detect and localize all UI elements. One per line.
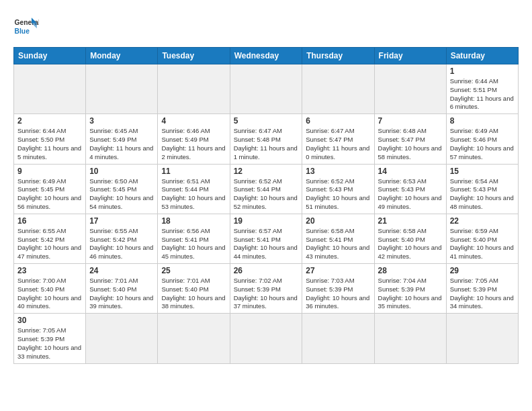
calendar-cell: 15Sunrise: 6:54 AM Sunset: 5:43 PM Dayli… xyxy=(446,164,518,214)
day-number: 28 xyxy=(378,266,443,275)
logo-icon: General Blue xyxy=(13,13,39,39)
day-number: 7 xyxy=(378,116,443,126)
day-of-week-thursday: Thursday xyxy=(302,48,374,64)
day-info: Sunrise: 6:48 AM Sunset: 5:47 PM Dayligh… xyxy=(378,127,443,161)
calendar-cell: 17Sunrise: 6:55 AM Sunset: 5:42 PM Dayli… xyxy=(86,214,158,263)
calendar-cell: 3Sunrise: 6:45 AM Sunset: 5:49 PM Daylig… xyxy=(86,114,158,164)
calendar-cell: 25Sunrise: 7:01 AM Sunset: 5:40 PM Dayli… xyxy=(158,264,230,314)
logo: General Blue xyxy=(13,13,39,39)
day-info: Sunrise: 6:54 AM Sunset: 5:43 PM Dayligh… xyxy=(450,177,515,212)
calendar-cell: 1Sunrise: 6:44 AM Sunset: 5:51 PM Daylig… xyxy=(446,64,518,114)
day-info: Sunrise: 7:02 AM Sunset: 5:39 PM Dayligh… xyxy=(234,277,299,311)
day-number: 4 xyxy=(161,116,226,126)
calendar-cell: 2Sunrise: 6:44 AM Sunset: 5:50 PM Daylig… xyxy=(14,114,86,164)
day-number: 8 xyxy=(450,116,515,126)
calendar-cell: 13Sunrise: 6:52 AM Sunset: 5:43 PM Dayli… xyxy=(302,164,374,214)
day-number: 23 xyxy=(17,266,82,275)
day-number: 14 xyxy=(378,167,443,176)
day-of-week-wednesday: Wednesday xyxy=(230,48,302,64)
week-row-5: 30Sunrise: 7:05 AM Sunset: 5:39 PM Dayli… xyxy=(14,314,519,363)
header: General Blue xyxy=(13,13,519,39)
day-number: 2 xyxy=(17,116,82,126)
svg-text:Blue: Blue xyxy=(15,28,30,35)
day-number: 9 xyxy=(17,167,82,176)
day-number: 12 xyxy=(234,167,299,176)
day-of-week-monday: Monday xyxy=(86,48,158,64)
calendar: SundayMondayTuesdayWednesdayThursdayFrid… xyxy=(13,47,519,364)
calendar-cell: 20Sunrise: 6:58 AM Sunset: 5:41 PM Dayli… xyxy=(302,214,374,263)
day-number: 30 xyxy=(17,316,82,325)
day-info: Sunrise: 7:03 AM Sunset: 5:39 PM Dayligh… xyxy=(306,277,370,311)
day-info: Sunrise: 6:45 AM Sunset: 5:49 PM Dayligh… xyxy=(89,127,154,161)
day-info: Sunrise: 6:52 AM Sunset: 5:43 PM Dayligh… xyxy=(306,177,370,212)
day-number: 27 xyxy=(306,266,370,275)
calendar-cell xyxy=(302,64,374,114)
calendar-cell: 19Sunrise: 6:57 AM Sunset: 5:41 PM Dayli… xyxy=(230,214,302,263)
calendar-cell xyxy=(230,64,302,114)
day-number: 19 xyxy=(234,216,299,226)
day-info: Sunrise: 6:58 AM Sunset: 5:40 PM Dayligh… xyxy=(378,227,443,261)
calendar-cell xyxy=(230,314,302,363)
day-number: 1 xyxy=(450,66,515,76)
calendar-cell: 14Sunrise: 6:53 AM Sunset: 5:43 PM Dayli… xyxy=(374,164,446,214)
calendar-cell xyxy=(374,64,446,114)
day-number: 25 xyxy=(161,266,226,275)
calendar-cell: 7Sunrise: 6:48 AM Sunset: 5:47 PM Daylig… xyxy=(374,114,446,164)
day-info: Sunrise: 6:47 AM Sunset: 5:47 PM Dayligh… xyxy=(306,127,370,161)
day-info: Sunrise: 6:55 AM Sunset: 5:42 PM Dayligh… xyxy=(17,227,82,261)
day-info: Sunrise: 7:05 AM Sunset: 5:39 PM Dayligh… xyxy=(450,277,515,311)
day-info: Sunrise: 7:05 AM Sunset: 5:39 PM Dayligh… xyxy=(17,326,82,361)
day-number: 20 xyxy=(306,216,370,226)
calendar-cell: 11Sunrise: 6:51 AM Sunset: 5:44 PM Dayli… xyxy=(158,164,230,214)
calendar-cell: 27Sunrise: 7:03 AM Sunset: 5:39 PM Dayli… xyxy=(302,264,374,314)
calendar-cell: 26Sunrise: 7:02 AM Sunset: 5:39 PM Dayli… xyxy=(230,264,302,314)
day-number: 6 xyxy=(306,116,370,126)
calendar-cell: 22Sunrise: 6:59 AM Sunset: 5:40 PM Dayli… xyxy=(446,214,518,263)
calendar-cell: 4Sunrise: 6:46 AM Sunset: 5:49 PM Daylig… xyxy=(158,114,230,164)
day-info: Sunrise: 6:49 AM Sunset: 5:45 PM Dayligh… xyxy=(17,177,82,212)
day-info: Sunrise: 6:47 AM Sunset: 5:48 PM Dayligh… xyxy=(234,127,299,161)
day-number: 29 xyxy=(450,266,515,275)
day-info: Sunrise: 7:01 AM Sunset: 5:40 PM Dayligh… xyxy=(89,277,154,311)
day-info: Sunrise: 6:57 AM Sunset: 5:41 PM Dayligh… xyxy=(234,227,299,261)
day-info: Sunrise: 7:04 AM Sunset: 5:39 PM Dayligh… xyxy=(378,277,443,311)
calendar-cell: 23Sunrise: 7:00 AM Sunset: 5:40 PM Dayli… xyxy=(14,264,86,314)
day-of-week-tuesday: Tuesday xyxy=(158,48,230,64)
calendar-cell: 12Sunrise: 6:52 AM Sunset: 5:44 PM Dayli… xyxy=(230,164,302,214)
page: General Blue SundayMondayTuesdayWednesda… xyxy=(0,0,532,371)
day-info: Sunrise: 6:56 AM Sunset: 5:41 PM Dayligh… xyxy=(161,227,226,261)
week-row-2: 9Sunrise: 6:49 AM Sunset: 5:45 PM Daylig… xyxy=(14,164,519,214)
calendar-cell: 24Sunrise: 7:01 AM Sunset: 5:40 PM Dayli… xyxy=(86,264,158,314)
week-row-0: 1Sunrise: 6:44 AM Sunset: 5:51 PM Daylig… xyxy=(14,64,519,114)
week-row-3: 16Sunrise: 6:55 AM Sunset: 5:42 PM Dayli… xyxy=(14,214,519,263)
day-number: 3 xyxy=(89,116,154,126)
day-number: 24 xyxy=(89,266,154,275)
calendar-cell xyxy=(14,64,86,114)
calendar-cell: 30Sunrise: 7:05 AM Sunset: 5:39 PM Dayli… xyxy=(14,314,86,363)
day-info: Sunrise: 7:00 AM Sunset: 5:40 PM Dayligh… xyxy=(17,277,82,311)
day-number: 26 xyxy=(234,266,299,275)
day-of-week-friday: Friday xyxy=(374,48,446,64)
day-info: Sunrise: 6:46 AM Sunset: 5:49 PM Dayligh… xyxy=(161,127,226,161)
day-number: 21 xyxy=(378,216,443,226)
day-number: 17 xyxy=(89,216,154,226)
calendar-cell xyxy=(446,314,518,363)
day-number: 10 xyxy=(89,167,154,176)
day-info: Sunrise: 6:44 AM Sunset: 5:50 PM Dayligh… xyxy=(17,127,82,161)
week-row-1: 2Sunrise: 6:44 AM Sunset: 5:50 PM Daylig… xyxy=(14,114,519,164)
day-number: 22 xyxy=(450,216,515,226)
calendar-cell xyxy=(302,314,374,363)
calendar-cell: 29Sunrise: 7:05 AM Sunset: 5:39 PM Dayli… xyxy=(446,264,518,314)
day-info: Sunrise: 6:59 AM Sunset: 5:40 PM Dayligh… xyxy=(450,227,515,261)
calendar-cell: 5Sunrise: 6:47 AM Sunset: 5:48 PM Daylig… xyxy=(230,114,302,164)
calendar-cell: 18Sunrise: 6:56 AM Sunset: 5:41 PM Dayli… xyxy=(158,214,230,263)
calendar-cell: 10Sunrise: 6:50 AM Sunset: 5:45 PM Dayli… xyxy=(86,164,158,214)
calendar-cell: 16Sunrise: 6:55 AM Sunset: 5:42 PM Dayli… xyxy=(14,214,86,263)
day-info: Sunrise: 6:50 AM Sunset: 5:45 PM Dayligh… xyxy=(89,177,154,212)
calendar-cell xyxy=(158,64,230,114)
day-of-week-sunday: Sunday xyxy=(14,48,86,64)
day-number: 5 xyxy=(234,116,299,126)
calendar-cell: 21Sunrise: 6:58 AM Sunset: 5:40 PM Dayli… xyxy=(374,214,446,263)
calendar-cell: 8Sunrise: 6:49 AM Sunset: 5:46 PM Daylig… xyxy=(446,114,518,164)
calendar-cell: 28Sunrise: 7:04 AM Sunset: 5:39 PM Dayli… xyxy=(374,264,446,314)
